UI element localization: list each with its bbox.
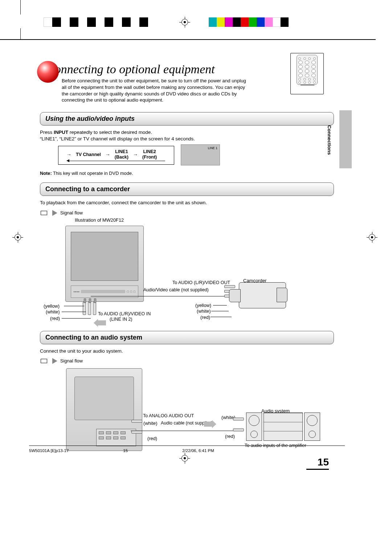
red-label: (red) [200,315,210,320]
camcorder-diagram: Signal flow Illustration of MW20F12 ●●●●… [40,210,334,329]
trim-tick [20,0,21,15]
footer-rule [29,446,345,446]
av-out-label: To AUDIO (L/R)/VIDEO OUT [172,280,230,285]
tv-back-illustration [66,368,142,451]
trim-line [0,39,376,40]
illustration-label: Illustration of MW20F12 [75,217,334,223]
mode-line1: LINE1 [115,149,128,154]
note-label: Note: [40,171,52,176]
footer-timestamp: 2/22/06, 6:41 PM [182,448,214,453]
mode-line2-sub: (Front) [142,155,157,160]
signal-flow-legend: Signal flow [41,358,334,364]
rca-plugs-icon [131,420,142,434]
mode-tv: TV Channel [76,152,101,157]
input-key-name: INPUT [54,130,68,135]
red-label: (red) [225,434,235,439]
mode-line2: LINE2 [143,149,156,154]
footer: 5W50101A [E]p13-17 15 2/22/06, 6:41 PM [29,448,348,453]
arrow-head-icon [52,210,57,216]
section-heading-audio: Connecting to an audio system [40,331,334,344]
tv-front-illustration: ●●●●▢ ▢ ▢ [65,226,144,302]
section-heading-av-inputs: Using the audio/video inputs [40,112,334,126]
white-label: (white) [143,420,157,426]
crosshair-icon [179,453,190,464]
arrow-tail-icon [41,359,47,363]
text: (LINE IN 2) [110,317,132,322]
section1-note: Note: This key will not operate in DVD m… [40,171,334,176]
yellow-label: (yellow) [44,303,60,309]
footer-doc-id: 5W50101A [E]p13-17 [29,448,69,453]
camcorder-icon [239,282,286,308]
intro-text: Before connecting the unit to other equi… [62,78,250,103]
signal-flow-label: Signal flow [60,210,83,216]
rca-plugs-icon [233,418,244,431]
print-registration-bar [0,17,392,28]
white-label: (white) [197,308,211,314]
page-content: Connecting to optional equipment Before … [40,58,334,472]
analog-out-label: To ANALOG AUDIO OUT [143,413,194,418]
section2-body: To playback from the camcorder, connect … [40,200,334,206]
note-text: This key will not operate in DVD mode. [52,171,133,176]
mode-cycle-diagram: → TV Channel → LINE1(Back) → LINE2(Front… [58,146,174,165]
cable-line [91,296,229,296]
signal-flow-legend: Signal flow [41,210,334,216]
crosshair-icon [12,232,23,243]
page-number: 15 [306,456,329,470]
arrow-head-icon [52,358,57,364]
av-cable-label: Audio/Video cable (not supplied) [143,287,209,292]
footer-page: 15 [123,448,128,453]
section3-body: Connect the unit to your audio system. [40,348,334,354]
text: repeatedly to select the desired mode. [68,130,152,135]
red-label: (red) [147,436,157,441]
flow-arrow-icon [98,320,106,325]
screen-mockup: LINE 1 [181,144,220,165]
text: Press [40,130,54,135]
crosshair-icon [367,232,377,243]
remote-illustration: INPUT [290,53,324,94]
grayscale-chips [44,17,148,27]
color-chips [209,17,289,27]
red-label: (red) [50,316,60,321]
mode-line1-sub: (Back) [115,155,128,160]
trim-tick [20,28,21,39]
cable-line [131,431,240,431]
flow-arrow-icon [204,422,212,427]
osd-text: LINE 1 [208,146,217,150]
heading-bullet-icon [37,61,59,83]
mode-cycle-row: → TV Channel → LINE1(Back) → LINE2(Front… [40,146,334,165]
side-tab-marker [339,110,352,168]
callout-line [301,85,314,85]
signal-flow-label: Signal flow [60,358,83,364]
crosshair-icon [179,17,190,28]
arrow-tail-icon [41,211,47,215]
audio-system-icon [246,413,320,442]
text: “LINE1”, “LINE2” or TV channel will disp… [40,136,195,141]
text: To AUDIO (L/R)/VIDEO IN [98,311,151,316]
section-heading-camcorder: Connecting to a camcorder [40,182,334,196]
section1-instructions: Press INPUT repeatedly to select the des… [40,129,334,142]
rca-plugs-icon [83,302,96,315]
white-label: (white) [46,309,60,315]
yellow-label: (yellow) [195,303,211,308]
